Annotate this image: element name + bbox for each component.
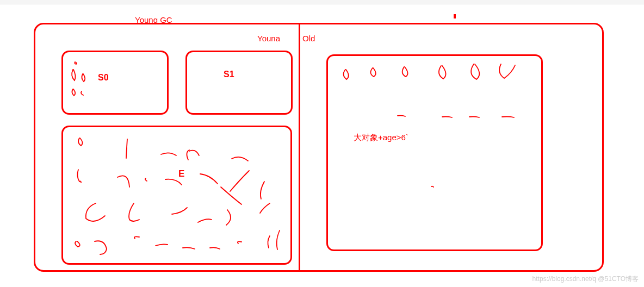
- label-s0: S0: [98, 73, 109, 83]
- old-objects-icon: [328, 56, 544, 253]
- survivor-0-box: [61, 51, 169, 115]
- survivor-1-box: [185, 51, 293, 115]
- s0-objects-icon: [69, 58, 101, 107]
- eden-box: [61, 126, 292, 265]
- eden-objects-icon: [63, 127, 294, 266]
- label-eden: E: [178, 169, 184, 179]
- watermark-text: https://blog.csdn.net/q @51CTO博客: [532, 274, 639, 284]
- top-bar: [0, 0, 644, 4]
- label-old-promotion-rule: 大对象+age>6`: [354, 133, 408, 143]
- young-old-divider: [299, 24, 300, 270]
- old-inner-box: [326, 54, 543, 251]
- red-dot-marker: [454, 14, 456, 18]
- heap-outer-box: [34, 23, 604, 272]
- label-s1: S1: [224, 70, 234, 79]
